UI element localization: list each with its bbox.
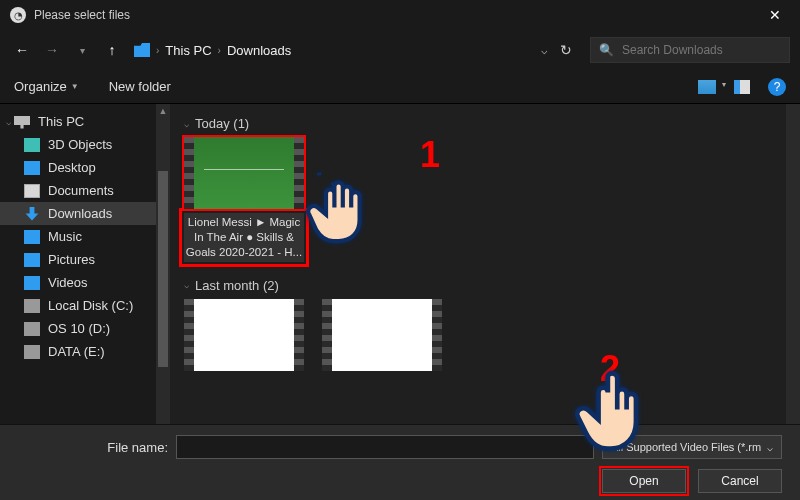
group-header-today[interactable]: ⌵ Today (1) [184, 116, 786, 131]
new-folder-button[interactable]: New folder [109, 79, 171, 94]
folder-icon [134, 43, 150, 57]
forward-button[interactable]: → [40, 38, 64, 62]
disk-icon [24, 299, 40, 313]
cancel-button[interactable]: Cancel [698, 469, 782, 493]
search-box[interactable]: 🔍 [590, 37, 790, 63]
sidebar-item-label: Music [48, 229, 82, 244]
sidebar-item-label: Downloads [48, 206, 112, 221]
video-thumbnail [184, 299, 304, 371]
open-button[interactable]: Open [602, 469, 686, 493]
content-scrollbar[interactable] [786, 104, 800, 434]
group-header-lastmonth[interactable]: ⌵ Last month (2) [184, 278, 786, 293]
sidebar-item-documents[interactable]: Documents [0, 179, 170, 202]
expand-icon[interactable]: ⌵ [6, 117, 11, 127]
downloads-icon [24, 207, 40, 221]
search-icon: 🔍 [599, 43, 614, 57]
sidebar-item-label: Documents [48, 183, 114, 198]
window-title: Please select files [34, 8, 130, 22]
refresh-button[interactable]: ↻ [560, 42, 572, 58]
annotation-cursor-1 [305, 164, 375, 244]
annotation-number-1: 1 [420, 134, 440, 176]
collapse-icon[interactable]: ⌵ [184, 119, 189, 129]
back-button[interactable]: ← [10, 38, 34, 62]
sidebar: ⌵ This PC 3D Objects Desktop Documents D… [0, 104, 170, 434]
preview-pane-button[interactable] [734, 80, 750, 94]
new-folder-label: New folder [109, 79, 171, 94]
videos-icon [24, 276, 40, 290]
sidebar-item-label: Local Disk (C:) [48, 298, 133, 313]
help-button[interactable]: ? [768, 78, 786, 96]
sidebar-item-pictures[interactable]: Pictures [0, 248, 170, 271]
app-icon: ◔ [10, 7, 26, 23]
group-header-label: Last month (2) [195, 278, 279, 293]
sidebar-item-label: Desktop [48, 160, 96, 175]
address-bar: ← → ▾ ↑ › This PC › Downloads ⌵ ↻ 🔍 [0, 30, 800, 70]
sidebar-item-desktop[interactable]: Desktop [0, 156, 170, 179]
close-icon[interactable]: ✕ [760, 7, 790, 23]
view-mode-button[interactable] [698, 80, 716, 94]
filename-label: File name: [18, 440, 168, 455]
file-item[interactable] [184, 299, 304, 371]
file-item[interactable]: Lionel Messi ► Magic In The Air ● Skills… [184, 137, 304, 262]
breadcrumb-folder[interactable]: Downloads [227, 43, 291, 58]
desktop-icon [24, 161, 40, 175]
collapse-icon[interactable]: ⌵ [184, 280, 189, 290]
sidebar-item-label: Videos [48, 275, 88, 290]
annotation-cursor-2 [572, 370, 650, 460]
documents-icon [24, 184, 40, 198]
breadcrumb[interactable]: › This PC › Downloads [134, 43, 291, 58]
group-header-label: Today (1) [195, 116, 249, 131]
address-dropdown-icon[interactable]: ⌵ [541, 44, 548, 57]
sidebar-scrollbar[interactable]: ▲ ▼ [156, 104, 170, 434]
sidebar-item-label: DATA (E:) [48, 344, 105, 359]
chevron-down-icon: ⌵ [767, 442, 773, 453]
file-item[interactable] [322, 299, 442, 371]
sidebar-item-local-disk-c[interactable]: Local Disk (C:) [0, 294, 170, 317]
recent-caret-icon[interactable]: ▾ [70, 38, 94, 62]
sidebar-item-music[interactable]: Music [0, 225, 170, 248]
chevron-down-icon: ▼ [71, 82, 79, 91]
sidebar-item-downloads[interactable]: Downloads [0, 202, 170, 225]
sidebar-item-this-pc[interactable]: ⌵ This PC [0, 110, 170, 133]
video-thumbnail [322, 299, 442, 371]
chevron-right-icon: › [218, 45, 221, 56]
sidebar-item-3d-objects[interactable]: 3D Objects [0, 133, 170, 156]
music-icon [24, 230, 40, 244]
filename-input[interactable] [176, 435, 594, 459]
file-caption: Lionel Messi ► Magic In The Air ● Skills… [184, 213, 304, 262]
chevron-right-icon: › [156, 45, 159, 56]
sidebar-item-label: 3D Objects [48, 137, 112, 152]
search-input[interactable] [622, 43, 781, 57]
file-list: ⌵ Today (1) Lionel Messi ► Magic In The … [170, 104, 800, 434]
sidebar-item-label: OS 10 (D:) [48, 321, 110, 336]
sidebar-item-label: Pictures [48, 252, 95, 267]
breadcrumb-root[interactable]: This PC [165, 43, 211, 58]
sidebar-item-label: This PC [38, 114, 84, 129]
titlebar: ◔ Please select files ✕ [0, 0, 800, 30]
sidebar-item-videos[interactable]: Videos [0, 271, 170, 294]
toolbar: Organize ▼ New folder ? [0, 70, 800, 104]
disk-icon [24, 345, 40, 359]
dialog-footer: File name: All Supported Video Files (*.… [0, 424, 800, 500]
disk-icon [24, 322, 40, 336]
cube-icon [24, 138, 40, 152]
scroll-thumb[interactable] [158, 171, 168, 367]
pc-icon [14, 115, 30, 129]
organize-label: Organize [14, 79, 67, 94]
scroll-up-icon[interactable]: ▲ [159, 106, 168, 116]
organize-menu[interactable]: Organize ▼ [14, 79, 79, 94]
sidebar-item-os10-d[interactable]: OS 10 (D:) [0, 317, 170, 340]
pictures-icon [24, 253, 40, 267]
video-thumbnail [184, 137, 304, 209]
sidebar-item-data-e[interactable]: DATA (E:) [0, 340, 170, 363]
up-button[interactable]: ↑ [100, 38, 124, 62]
